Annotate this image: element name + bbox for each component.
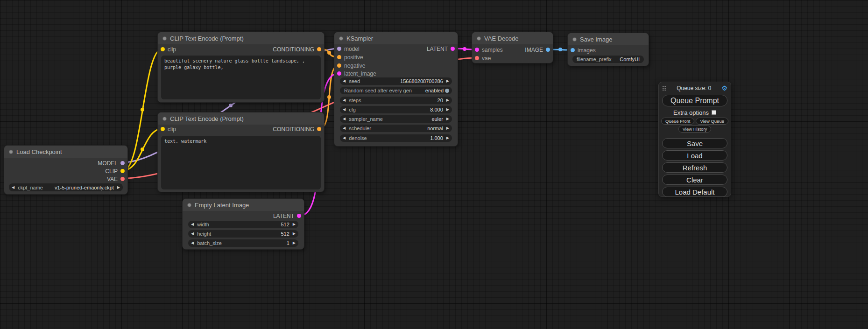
collapse-dot-icon[interactable]: [9, 150, 13, 154]
widget-name: Random seed after every gen: [344, 88, 412, 93]
increment-arrow-icon[interactable]: ▶: [293, 221, 296, 228]
decrement-arrow-icon[interactable]: ◀: [343, 134, 346, 142]
slot-dot-vae[interactable]: [120, 177, 125, 181]
output-slot-vae: VAE: [107, 175, 125, 182]
widget-width[interactable]: ◀ width 512 ▶: [188, 221, 298, 228]
node-load-checkpoint[interactable]: Load Checkpoint MODEL CLIP VAE ◀ ckpt_na…: [4, 145, 128, 195]
slot-dot-conditioning[interactable]: [337, 63, 341, 68]
load-default-button[interactable]: Load Default: [662, 187, 727, 197]
node-clip-text-encode-negative[interactable]: CLIP Text Encode (Prompt) clip CONDITION…: [157, 112, 325, 192]
increment-arrow-icon[interactable]: ▶: [446, 97, 449, 104]
widget-random-seed-toggle[interactable]: Random seed after every gen enabled: [340, 87, 452, 94]
increment-arrow-icon[interactable]: ▶: [446, 106, 449, 113]
widget-batch-size[interactable]: ◀ batch_size 1 ▶: [188, 239, 298, 247]
slot-dot-latent[interactable]: [451, 47, 455, 51]
widget-steps[interactable]: ◀ steps 20 ▶: [340, 97, 452, 104]
node-empty-latent-image[interactable]: Empty Latent Image LATENT ◀ width 512 ▶ …: [182, 198, 304, 250]
queue-panel: Queue size: 0 ⚙ Queue Prompt Extra optio…: [658, 82, 731, 197]
slot-label: clip: [168, 46, 176, 53]
slot-dot-conditioning[interactable]: [337, 55, 341, 59]
collapse-dot-icon[interactable]: [339, 36, 343, 41]
slot-dot-latent[interactable]: [297, 214, 301, 218]
decrement-arrow-icon[interactable]: ◀: [343, 97, 346, 104]
view-history-button[interactable]: View History: [678, 126, 712, 133]
decrement-arrow-icon[interactable]: ◀: [191, 221, 194, 228]
slot-dot-image[interactable]: [546, 48, 550, 52]
slot-dot-clip[interactable]: [120, 169, 125, 173]
increment-arrow-icon[interactable]: ▶: [293, 239, 296, 247]
collapse-dot-icon[interactable]: [162, 117, 167, 121]
increment-arrow-icon[interactable]: ▶: [117, 184, 120, 191]
slot-dot-vae[interactable]: [475, 56, 479, 60]
slot-label: clip: [168, 126, 176, 133]
decrement-arrow-icon[interactable]: ◀: [12, 184, 14, 191]
drag-handle-icon[interactable]: [662, 85, 666, 91]
node-clip-text-encode-positive[interactable]: CLIP Text Encode (Prompt) clip CONDITION…: [157, 32, 325, 103]
slot-label: latent_image: [344, 70, 376, 77]
decrement-arrow-icon[interactable]: ◀: [343, 106, 346, 113]
node-title-bar[interactable]: Save Image: [568, 33, 649, 45]
output-slot-model: MODEL: [98, 160, 125, 167]
refresh-button[interactable]: Refresh: [662, 162, 727, 173]
increment-arrow-icon[interactable]: ▶: [446, 77, 449, 85]
node-graph-canvas[interactable]: Load Checkpoint MODEL CLIP VAE ◀ ckpt_na…: [0, 0, 868, 329]
input-slot-images: images: [571, 47, 596, 54]
node-title-bar[interactable]: CLIP Text Encode (Prompt): [158, 32, 324, 44]
node-title-bar[interactable]: Load Checkpoint: [4, 146, 127, 158]
slot-dot-conditioning[interactable]: [317, 47, 321, 51]
node-title: KSampler: [346, 35, 373, 42]
load-button[interactable]: Load: [662, 150, 727, 161]
widget-filename-prefix[interactable]: filename_prefix ComfyUI: [572, 56, 644, 63]
node-title-bar[interactable]: VAE Decode: [472, 32, 553, 44]
extra-options-checkbox[interactable]: [712, 110, 716, 115]
slot-dot-latent[interactable]: [337, 71, 341, 76]
collapse-dot-icon[interactable]: [477, 36, 481, 41]
queue-prompt-button[interactable]: Queue Prompt: [662, 95, 727, 106]
settings-gear-icon[interactable]: ⚙: [721, 85, 727, 91]
collapse-dot-icon[interactable]: [162, 36, 167, 41]
slot-dot-clip[interactable]: [161, 127, 165, 131]
collapse-dot-icon[interactable]: [572, 37, 577, 42]
node-title-bar[interactable]: CLIP Text Encode (Prompt): [158, 112, 324, 125]
decrement-arrow-icon[interactable]: ◀: [191, 239, 194, 247]
widget-sampler-name[interactable]: ◀ sampler_name euler ▶: [340, 115, 452, 123]
widget-ckpt-name[interactable]: ◀ ckpt_name v1-5-pruned-emaonly.ckpt ▶: [9, 183, 123, 191]
widget-seed[interactable]: ◀ seed 156680208700286 ▶: [340, 77, 452, 85]
collapse-dot-icon[interactable]: [187, 203, 191, 207]
widget-name: height: [197, 231, 211, 237]
slot-dot-clip[interactable]: [161, 47, 165, 51]
widget-cfg[interactable]: ◀ cfg 8.000 ▶: [340, 106, 452, 113]
widget-denoise[interactable]: ◀ denoise 1.000 ▶: [340, 134, 452, 142]
decrement-arrow-icon[interactable]: ◀: [343, 125, 346, 132]
view-queue-button[interactable]: View Queue: [696, 118, 728, 125]
increment-arrow-icon[interactable]: ▶: [446, 134, 449, 142]
increment-arrow-icon[interactable]: ▶: [446, 115, 449, 123]
output-slot-latent: LATENT: [427, 45, 455, 52]
slot-dot-model[interactable]: [120, 161, 125, 165]
widget-height[interactable]: ◀ height 512 ▶: [188, 230, 298, 238]
node-title-bar[interactable]: Empty Latent Image: [183, 199, 304, 211]
prompt-textarea[interactable]: text, watermark: [161, 136, 321, 189]
decrement-arrow-icon[interactable]: ◀: [343, 77, 346, 85]
prompt-textarea[interactable]: beautiful scenery nature glass bottle la…: [161, 56, 321, 99]
save-button[interactable]: Save: [662, 138, 727, 148]
node-save-image[interactable]: Save Image images filename_prefix ComfyU…: [567, 33, 649, 66]
widget-value: 1.000: [430, 135, 443, 141]
node-ksampler[interactable]: KSampler model positive negative latent_…: [334, 32, 458, 147]
clear-button[interactable]: Clear: [662, 175, 727, 185]
increment-arrow-icon[interactable]: ▶: [446, 125, 449, 132]
decrement-arrow-icon[interactable]: ◀: [191, 230, 194, 238]
slot-dot-model[interactable]: [337, 47, 341, 51]
node-vae-decode[interactable]: VAE Decode samples vae IMAGE: [472, 32, 553, 63]
toggle-knob-icon[interactable]: [445, 89, 449, 93]
slot-dot-conditioning[interactable]: [317, 127, 321, 131]
queue-front-button[interactable]: Queue Front: [661, 118, 694, 125]
increment-arrow-icon[interactable]: ▶: [293, 230, 296, 238]
widget-scheduler[interactable]: ◀ scheduler normal ▶: [340, 125, 452, 132]
slot-dot-image[interactable]: [571, 48, 575, 52]
node-title-bar[interactable]: KSampler: [334, 32, 458, 44]
slot-dot-latent[interactable]: [475, 48, 479, 52]
slot-label: model: [344, 46, 360, 52]
widget-name: sampler_name: [349, 116, 383, 122]
decrement-arrow-icon[interactable]: ◀: [343, 115, 346, 123]
